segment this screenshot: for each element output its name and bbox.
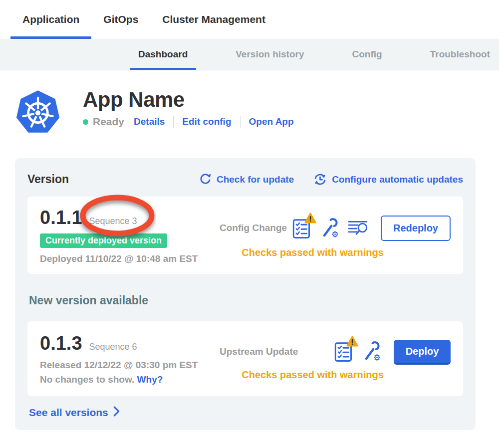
check-for-update-link[interactable]: Check for update xyxy=(199,173,294,186)
version-section: Version Check for update xyxy=(15,158,476,430)
see-all-versions-link[interactable]: See all versions xyxy=(29,406,120,419)
wrench-gear-icon[interactable] xyxy=(361,341,382,362)
why-link[interactable]: Why? xyxy=(137,374,163,385)
checks-status-text: Checks passed with warnings xyxy=(220,247,451,258)
currently-deployed-badge: Currently deployed version xyxy=(40,233,167,248)
primary-nav: Application GitOps Cluster Management xyxy=(0,0,499,39)
refresh-icon xyxy=(199,173,212,186)
app-header-text: App Name Ready Details Edit config Open … xyxy=(83,88,294,128)
tab-config[interactable]: Config xyxy=(352,39,382,70)
nav-item-cluster-management[interactable]: Cluster Management xyxy=(162,0,265,39)
version-source-label: Upstream Update xyxy=(220,346,298,357)
deploy-button[interactable]: Deploy xyxy=(394,340,451,363)
deployed-version-card: 0.1.1 Sequence 3 Currently deployed vers… xyxy=(27,197,463,274)
warning-triangle-icon xyxy=(346,336,358,347)
version-section-title: Version xyxy=(27,173,69,186)
preflight-checks-icon[interactable] xyxy=(334,341,353,362)
nav-item-application[interactable]: Application xyxy=(22,0,79,39)
deployed-version-number: 0.1.1 xyxy=(40,207,82,228)
release-notes-icon[interactable] xyxy=(348,220,369,236)
nav-item-gitops[interactable]: GitOps xyxy=(103,0,138,39)
app-header: App Name Ready Details Edit config Open … xyxy=(15,88,499,136)
warning-triangle-icon xyxy=(304,213,316,224)
wrench-gear-icon[interactable] xyxy=(319,218,340,239)
details-link[interactable]: Details xyxy=(134,116,165,127)
tab-troubleshoot[interactable]: Troubleshoot xyxy=(430,39,490,70)
divider xyxy=(240,116,241,128)
kubernetes-logo-icon xyxy=(15,88,61,136)
edit-config-link[interactable]: Edit config xyxy=(182,116,231,127)
configure-automatic-updates-link[interactable]: Configure automatic updates xyxy=(313,172,463,187)
preflight-checks-icon[interactable] xyxy=(292,218,311,239)
ready-status-dot-icon xyxy=(83,119,88,125)
released-timestamp: Released 12/12/22 @ 03:30 pm EST xyxy=(40,360,220,371)
available-version-number: 0.1.3 xyxy=(40,332,82,354)
available-sequence-label: Sequence 6 xyxy=(89,342,137,352)
no-changes-text: No changes to show. xyxy=(40,374,134,385)
chevron-right-icon xyxy=(113,406,120,419)
available-version-card: 0.1.3 Sequence 6 Released 12/12/22 @ 03:… xyxy=(27,321,463,396)
page-title: App Name xyxy=(83,89,294,111)
deployed-sequence-label: Sequence 3 xyxy=(89,216,137,226)
status-badge: Ready xyxy=(93,116,124,128)
tab-version-history[interactable]: Version history xyxy=(236,39,304,70)
tab-dashboard[interactable]: Dashboard xyxy=(138,39,188,70)
app-tabs-nav: Dashboard Version history Config Trouble… xyxy=(0,39,499,70)
divider xyxy=(173,116,174,128)
redeploy-button[interactable]: Redeploy xyxy=(381,216,451,241)
new-version-heading: New version available xyxy=(29,294,463,307)
version-source-label: Config Change xyxy=(220,223,287,233)
auto-update-clock-icon xyxy=(313,172,327,187)
open-app-link[interactable]: Open App xyxy=(249,116,294,127)
deployed-timestamp: Deployed 11/10/22 @ 10:48 am EST xyxy=(40,253,220,264)
checks-status-text: Checks passed with warnings xyxy=(220,369,451,381)
